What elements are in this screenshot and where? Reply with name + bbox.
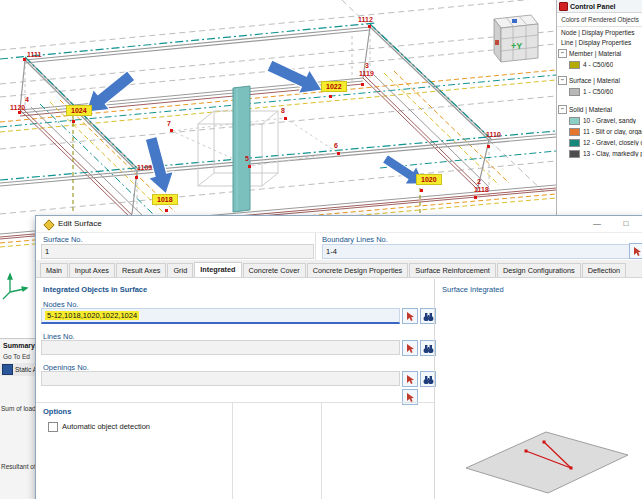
control-panel-title: Control Panel [570,3,616,10]
boundary-lines-label: Boundary Lines No. [322,235,388,244]
node-label: 1120 [10,104,25,111]
binoculars-icon [423,374,434,385]
goto-row[interactable]: Go To Ed [0,349,35,360]
solid-material-group[interactable]: − Solid | Material [557,103,642,115]
tab-concrete-design-properties[interactable]: Concrete Design Properties [307,263,409,277]
edit-surface-dialog: Edit Surface — □ Surface No. 1 Boundary … [35,215,642,499]
node-label: 1110 [486,131,501,138]
binoculars-icon [423,343,434,354]
binoculars-icon [423,311,434,322]
lines-no-field[interactable] [41,340,400,355]
static-analysis-row[interactable]: Static A [0,363,35,376]
nodes-no-field[interactable]: 5-12,1018,1020,1022,1024 [41,308,400,324]
node-label: 8 [281,107,285,114]
node-label: 7 [167,120,171,127]
node-label: 1109 [137,164,152,171]
annotation-arrows [78,54,430,198]
colors-of-rendered-objects-label: Colors of Rendered Objects [557,13,642,27]
tab-main[interactable]: Main [40,263,68,277]
openings-pick-button[interactable] [402,371,418,387]
column-solid[interactable] [233,86,250,212]
origin-axes-icon [3,274,27,299]
surface-no-label: Surface No. [43,235,83,244]
legend-item[interactable]: 12 - Gravel, closely grade [557,137,642,148]
minimize-button[interactable]: — [588,217,606,230]
node-label: 1118 [474,186,489,193]
legend-item[interactable]: 11 - Silt or clay, organic [557,126,642,137]
highlighted-node-label[interactable]: 1022 [321,81,347,92]
resultant-label: Resultant of [1,463,36,470]
dialog-title: Edit Surface [58,219,102,228]
options-heading: Options [43,407,71,416]
legend-item[interactable]: 1 - C50/60 [557,86,642,97]
tab-design-configurations[interactable]: Design Configurations [497,263,581,277]
pick-arrow-icon [632,246,642,257]
tab-integrated[interactable]: Integrated [194,262,241,277]
legend-item[interactable]: 13 - Clay, markedly plasti [557,148,642,159]
collapse-icon[interactable]: − [558,76,567,85]
summary-title: Summary [0,339,35,349]
boundary-lines-field[interactable]: 1-4 [322,244,631,259]
panel-flag-icon [559,2,568,11]
summary-panel: Summary Go To Ed Static A Sum of load Re… [0,338,36,499]
node-label: 5 [245,155,249,162]
material-color-swatch [569,88,580,96]
dialog-titlebar[interactable]: Edit Surface — □ [36,216,642,233]
integrated-objects-heading: Integrated Objects in Surface [43,285,147,294]
pick-arrow-icon [405,343,416,354]
node-label: 1111 [27,51,41,58]
tab-input-axes[interactable]: Input Axes [69,263,115,277]
tab-deflection[interactable]: Deflection [582,263,626,277]
surface-integrated-label: Surface Integrated [442,285,504,294]
application-window: +Y 1111 1112 4 1120 3 1119 7 8 5 6 1109 … [0,0,642,499]
material-color-swatch [569,139,580,147]
boundary-pick-button[interactable] [629,243,642,259]
legend-item[interactable]: 4 - C50/60 [557,59,642,70]
legend-item[interactable]: 10 - Gravel, sandy [557,115,642,126]
auto-detect-label: Automatic object detection [62,422,150,431]
material-color-swatch [569,61,580,69]
node-label: 2 [477,178,481,185]
highlighted-field-text: 5-12,1018,1020,1022,1024 [45,311,139,320]
highlighted-node-label[interactable]: 1024 [66,105,92,116]
lines-pick-button[interactable] [402,340,418,356]
surface-no-field[interactable]: 1 [41,244,314,259]
sum-of-loads-label: Sum of load [1,405,36,412]
node-label: 3 [365,62,369,69]
node-label: 1119 [359,70,374,77]
tab-concrete-cover[interactable]: Concrete Cover [243,263,306,277]
surface-preview [448,414,633,499]
node-label: 4 [25,96,29,103]
collapse-icon[interactable]: − [558,105,567,114]
pick-arrow-icon [405,311,416,322]
material-color-swatch [569,117,580,125]
tab-surface-reinforcement[interactable]: Surface Reinforcement [409,263,496,277]
highlighted-node-label[interactable]: 1020 [416,174,442,185]
node-display-properties-row[interactable]: Node | Display Properties [557,27,642,37]
tab-grid[interactable]: Grid [167,263,193,277]
analysis-icon [2,364,13,375]
node-label: 1112 [358,16,373,23]
control-panel-header: Control Panel [557,0,642,13]
cube-axis-label: +Y [511,41,522,51]
surface-icon [43,219,54,230]
line-display-properties-row[interactable]: Line | Display Properties [557,37,642,47]
material-color-swatch [569,150,580,158]
node-label: 6 [334,142,338,149]
material-color-swatch [569,128,580,136]
pick-arrow-icon [405,374,416,385]
surface-material-group[interactable]: − Surface | Material [557,74,642,86]
navigation-cube[interactable]: +Y [494,15,538,62]
pick-arrow-icon [405,392,416,403]
member-material-group[interactable]: − Member | Material [557,47,642,59]
auto-detect-checkbox[interactable] [48,422,58,432]
dialog-tabbar: Main Input Axes Result Axes Grid Integra… [36,260,642,278]
collapse-icon[interactable]: − [558,49,567,58]
highlighted-node-label[interactable]: 1018 [152,194,178,205]
tab-result-axes[interactable]: Result Axes [116,263,167,277]
openings-no-field[interactable] [41,371,400,386]
nodes-pick-button[interactable] [402,308,418,324]
maximize-button[interactable]: □ [617,217,635,230]
